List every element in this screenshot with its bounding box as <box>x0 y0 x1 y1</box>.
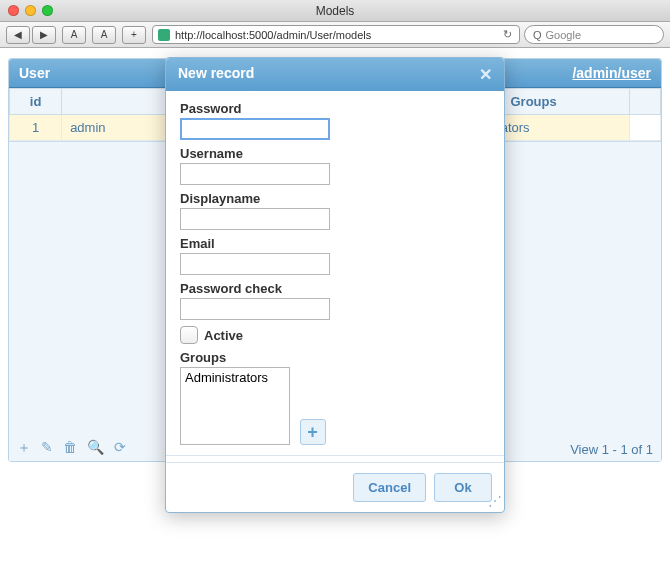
username-label: Username <box>180 146 490 161</box>
minimize-icon[interactable] <box>25 5 36 16</box>
groups-select[interactable]: Administrators <box>180 367 290 445</box>
active-label: Active <box>204 328 243 343</box>
window-controls <box>8 5 53 16</box>
cell-blank <box>629 115 660 141</box>
search-icon: Q <box>533 29 542 41</box>
browser-toolbar: ◀ ▶ A A + http://localhost:5000/admin/Us… <box>0 22 670 48</box>
ok-button[interactable]: Ok <box>434 473 492 502</box>
email-field[interactable] <box>180 253 330 275</box>
refresh-icon[interactable]: ⟳ <box>114 439 126 457</box>
url-bar[interactable]: http://localhost:5000/admin/User/models … <box>152 25 520 44</box>
password-check-field[interactable] <box>180 298 330 320</box>
maximize-icon[interactable] <box>42 5 53 16</box>
groups-option[interactable]: Administrators <box>185 370 285 385</box>
active-checkbox[interactable] <box>180 326 198 344</box>
search-tool-icon[interactable]: 🔍 <box>87 439 104 457</box>
password-field[interactable] <box>180 118 330 140</box>
favicon-icon <box>157 28 171 42</box>
email-label: Email <box>180 236 490 251</box>
font-large-button[interactable]: A <box>92 26 116 44</box>
password-label: Password <box>180 101 490 116</box>
resize-grip-icon[interactable]: ⋰ <box>488 496 502 510</box>
password-check-label: Password check <box>180 281 490 296</box>
displayname-field[interactable] <box>180 208 330 230</box>
close-icon[interactable] <box>8 5 19 16</box>
footer-info: View 1 - 1 of 1 <box>570 442 653 457</box>
groups-label: Groups <box>180 350 490 365</box>
edit-icon[interactable]: ✎ <box>41 439 53 457</box>
url-text: http://localhost:5000/admin/User/models <box>175 29 499 41</box>
add-icon[interactable]: ＋ <box>17 439 31 457</box>
svg-rect-0 <box>158 29 170 41</box>
delete-icon[interactable]: 🗑 <box>63 439 77 457</box>
search-placeholder: Google <box>546 29 581 41</box>
cell-id: 1 <box>10 115 62 141</box>
close-icon[interactable]: ✕ <box>479 65 492 84</box>
divider <box>166 455 504 456</box>
panel-path-link[interactable]: /admin/user <box>572 65 651 81</box>
add-tab-button[interactable]: + <box>122 26 146 44</box>
add-group-button[interactable]: + <box>300 419 326 445</box>
username-field[interactable] <box>180 163 330 185</box>
new-record-modal: New record ✕ Password Username Displayna… <box>165 57 505 513</box>
col-blank <box>629 89 660 115</box>
window-title: Models <box>8 4 662 18</box>
search-box[interactable]: Q Google <box>524 25 664 44</box>
forward-button[interactable]: ▶ <box>32 26 56 44</box>
font-small-button[interactable]: A <box>62 26 86 44</box>
back-button[interactable]: ◀ <box>6 26 30 44</box>
modal-title: New record <box>178 65 254 84</box>
cancel-button[interactable]: Cancel <box>353 473 426 502</box>
displayname-label: Displayname <box>180 191 490 206</box>
reload-icon[interactable]: ↻ <box>499 28 515 41</box>
panel-title: User <box>19 65 50 81</box>
window-titlebar: Models <box>0 0 670 22</box>
col-id[interactable]: id <box>10 89 62 115</box>
